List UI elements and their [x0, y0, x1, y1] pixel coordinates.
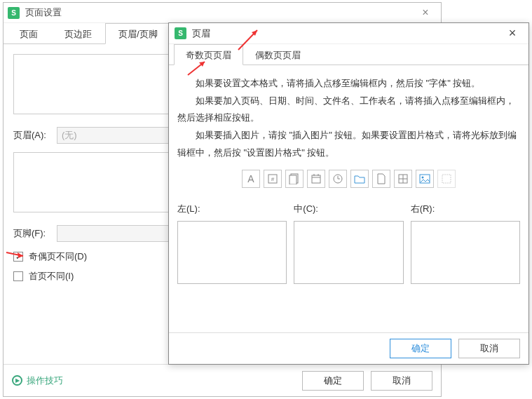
- center-label: 中(C):: [294, 201, 403, 218]
- right-input[interactable]: [411, 221, 520, 284]
- tab-header-footer[interactable]: 页眉/页脚: [105, 23, 171, 44]
- tab-even-page-header[interactable]: 偶数页页眉: [243, 44, 313, 65]
- checkbox-odd-even-label: 奇偶页不同(D): [29, 250, 87, 263]
- svg-rect-16: [442, 175, 451, 183]
- ok-button[interactable]: 确定: [390, 339, 451, 358]
- right-section: 右(R):: [411, 201, 520, 284]
- file-path-icon[interactable]: [350, 170, 369, 188]
- header-dialog-tabs: 奇数页页眉 偶数页页眉: [169, 44, 528, 65]
- app-logo-icon: S: [175, 27, 186, 39]
- time-icon[interactable]: [329, 170, 347, 188]
- footer-label: 页脚(F):: [13, 227, 57, 240]
- insert-picture-icon[interactable]: [416, 170, 434, 188]
- svg-rect-3: [289, 175, 296, 184]
- tab-page[interactable]: 页面: [6, 23, 51, 44]
- header-dialog: S 页眉 × 奇数页页眉 偶数页页眉 如果要设置文本格式，请将插入点移至编辑框内…: [168, 22, 529, 365]
- page-setup-footer: ▶ 操作技巧 确定 取消: [4, 364, 441, 396]
- font-icon[interactable]: A: [242, 170, 260, 188]
- header-dialog-body: 如果要设置文本格式，请将插入点移至编辑框内，然后按 "字体" 按钮。 如果要加入…: [169, 65, 528, 291]
- header-label: 页眉(A):: [13, 129, 57, 142]
- svg-rect-4: [312, 175, 320, 183]
- instruction-text-2: 如果要加入页码、日期、时间、文件名、工作表名，请将插入点移至编辑框内，然后选择相…: [177, 93, 520, 127]
- play-icon: ▶: [12, 375, 22, 386]
- instruction-text-3: 如果要插入图片，请按 "插入图片" 按钮。如果要设置图片格式，请将光标放到编辑框…: [177, 127, 520, 161]
- left-section: 左(L):: [177, 201, 287, 284]
- hf-sections: 左(L): 中(C): 右(R):: [177, 201, 520, 284]
- app-logo-icon: S: [8, 7, 20, 19]
- center-input[interactable]: [294, 221, 403, 284]
- tab-odd-page-header[interactable]: 奇数页页眉: [174, 44, 243, 65]
- instruction-text-1: 如果要设置文本格式，请将插入点移至编辑框内，然后按 "字体" 按钮。: [177, 75, 520, 93]
- format-picture-icon[interactable]: [437, 170, 456, 188]
- svg-point-15: [422, 177, 424, 179]
- tips-link[interactable]: ▶ 操作技巧: [12, 374, 63, 387]
- tab-margins[interactable]: 页边距: [51, 23, 105, 44]
- left-input[interactable]: [177, 221, 287, 284]
- ok-button[interactable]: 确定: [302, 371, 364, 391]
- page-number-icon[interactable]: #: [264, 170, 282, 188]
- tips-label: 操作技巧: [27, 374, 63, 387]
- page-count-icon[interactable]: [285, 170, 303, 188]
- right-label: 右(R):: [411, 201, 520, 218]
- page-setup-title: 页面设置: [25, 6, 414, 19]
- cancel-button[interactable]: 取消: [458, 339, 520, 358]
- date-icon[interactable]: [307, 170, 325, 188]
- toolbar: A #: [177, 170, 520, 188]
- header-dialog-footer: 确定 取消: [169, 332, 528, 364]
- sheet-name-icon[interactable]: [394, 170, 412, 188]
- file-name-icon[interactable]: [372, 170, 390, 188]
- center-section: 中(C):: [294, 201, 403, 284]
- checkbox-first-page-label: 首页不同(I): [29, 270, 74, 283]
- close-icon[interactable]: ×: [414, 6, 437, 19]
- svg-text:#: #: [271, 176, 275, 182]
- page-setup-titlebar: S 页面设置 ×: [4, 3, 441, 23]
- left-label: 左(L):: [177, 201, 287, 218]
- header-dialog-titlebar: S 页眉 ×: [169, 23, 528, 44]
- checkbox-icon: [13, 271, 23, 281]
- close-icon[interactable]: ×: [502, 26, 523, 41]
- header-dialog-title: 页眉: [192, 27, 502, 40]
- cancel-button[interactable]: 取消: [371, 371, 432, 391]
- checkbox-icon: ✓: [13, 252, 23, 262]
